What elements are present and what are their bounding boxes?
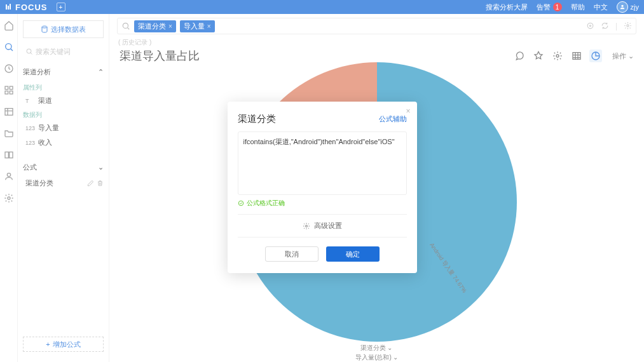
svg-point-25 [305, 225, 307, 227]
formula-status: 公式格式正确 [238, 199, 407, 208]
formula-assist-link[interactable]: 公式辅助 [379, 114, 407, 124]
formula-modal: × 渠道分类 公式辅助 ifcontains(渠道,"Android")then… [228, 102, 417, 273]
confirm-button[interactable]: 确定 [326, 246, 380, 262]
gear-icon [303, 222, 310, 230]
modal-title: 渠道分类 [238, 113, 276, 125]
modal-mask: × 渠道分类 公式辅助 ifcontains(渠道,"Android")then… [0, 0, 644, 362]
advanced-toggle[interactable]: 高级设置 [238, 214, 407, 238]
formula-input[interactable]: ifcontains(渠道,"Android")then"Android"els… [238, 131, 407, 195]
svg-point-24 [238, 201, 243, 206]
check-circle-icon [238, 200, 244, 206]
cancel-button[interactable]: 取消 [265, 246, 319, 262]
close-icon[interactable]: × [406, 107, 410, 116]
